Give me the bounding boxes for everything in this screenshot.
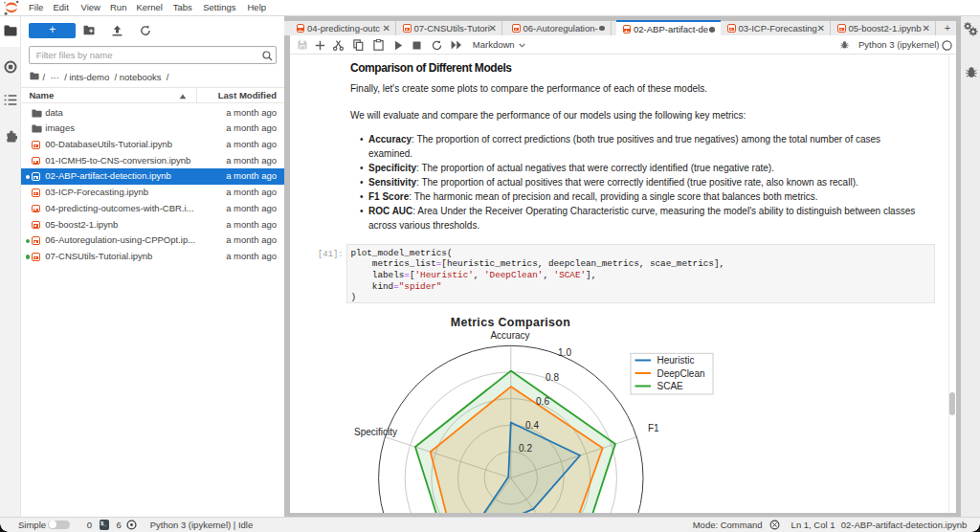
svg-text:Heuristic: Heuristic xyxy=(657,355,695,366)
svg-text:F1: F1 xyxy=(648,423,659,433)
svg-text:SCAE: SCAE xyxy=(657,381,684,391)
svg-text:0.8: 0.8 xyxy=(546,372,559,383)
svg-text:Specificity: Specificity xyxy=(354,427,397,437)
svg-text:0.6: 0.6 xyxy=(536,396,549,407)
svg-text:DeepClean: DeepClean xyxy=(657,368,705,379)
svg-text:0.2: 0.2 xyxy=(519,443,532,454)
svg-text:1.0: 1.0 xyxy=(558,347,571,358)
svg-text:0.4: 0.4 xyxy=(525,420,539,431)
svg-text:Accuracy: Accuracy xyxy=(490,330,529,341)
svg-text:Metrics Comparison: Metrics Comparison xyxy=(451,316,570,329)
